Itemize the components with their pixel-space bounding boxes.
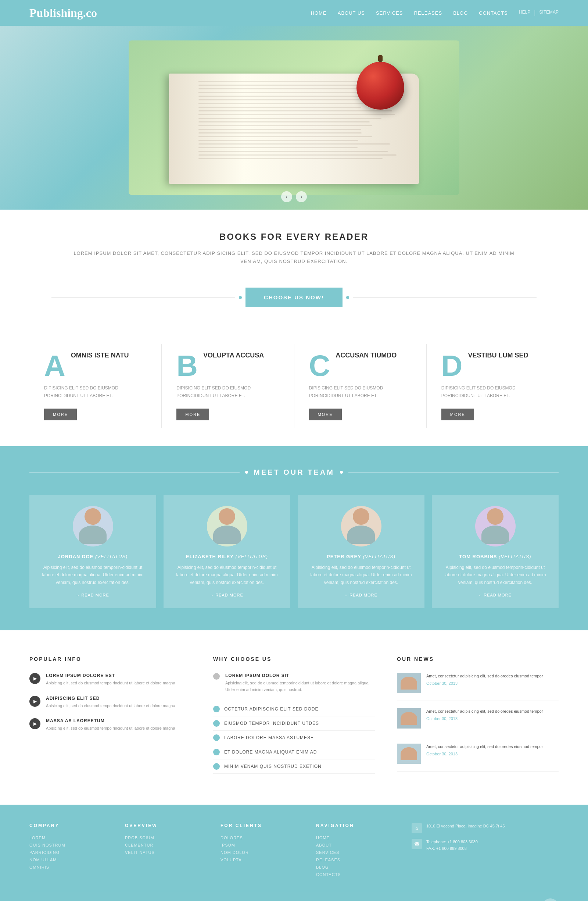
footer-clients-link-1[interactable]: IPSUM bbox=[221, 843, 294, 847]
team-read-more-2[interactable]: READ MORE bbox=[307, 593, 415, 597]
feature-desc-1: DIPISICING ELIT SED DO EIUSMOD PORINCIDI… bbox=[176, 384, 279, 399]
footer-company-link-1[interactable]: QUIS NOSTRUM bbox=[30, 843, 103, 847]
footer-fax: FAX: +1 800 989 8008 bbox=[426, 845, 478, 852]
hero-next-button[interactable]: › bbox=[296, 191, 307, 202]
why-item-0: OCTETUR ADIPISCING ELIT SED DODE bbox=[213, 702, 375, 716]
footer-nav-link-1[interactable]: ABOUT bbox=[316, 843, 390, 847]
why-item-text-0: OCTETUR ADIPISCING ELIT SED DODE bbox=[224, 706, 318, 712]
feature-letter-c: C bbox=[309, 351, 330, 380]
heading-line-right bbox=[348, 472, 558, 472]
why-intro-icon bbox=[213, 673, 220, 680]
our-news-col: OUR NEWS Amet, consectetur adipisicing e… bbox=[397, 656, 558, 779]
utility-nav-help[interactable]: HELP bbox=[519, 9, 530, 16]
footer-overview-link-1[interactable]: CLEMENTUR bbox=[125, 843, 198, 847]
footer-nav-link-2[interactable]: SERVICES bbox=[316, 850, 390, 855]
why-item-text-4: MINIM VENAM QUIS NOSTRUD EXETION bbox=[224, 764, 322, 769]
footer-company-link-0[interactable]: LOREM bbox=[30, 836, 103, 840]
footer-phone-item: ☎ Telephone: +1 800 803 6030 FAX: +1 800… bbox=[412, 839, 558, 852]
footer-nav-link-4[interactable]: BLOG bbox=[316, 865, 390, 869]
choose-us-button[interactable]: CHOOSE US NOW! bbox=[246, 288, 342, 307]
team-name-0: JORDAN DOE (VELITATUS) bbox=[39, 554, 147, 560]
team-avatar-2 bbox=[341, 506, 381, 547]
choose-us-bar: CHOOSE US NOW! bbox=[0, 280, 588, 326]
news-thumb-0 bbox=[397, 673, 421, 693]
feature-title-0: OMNIS ISTE NATU bbox=[71, 351, 129, 360]
right-divider bbox=[353, 297, 537, 298]
popular-info-item-desc-0: Apisicing elit, sed do eiusmod tempo rin… bbox=[46, 680, 175, 687]
header: Publishing.co HOMEABOUT USSERVICESRELEAS… bbox=[0, 0, 588, 26]
nav-item-home[interactable]: HOME bbox=[311, 10, 327, 16]
footer: COMPANY LOREMQUIS NOSTRUMPARRICIDINGNOM … bbox=[0, 804, 588, 901]
footer-nav-link-0[interactable]: HOME bbox=[316, 836, 390, 840]
feature-desc-2: DIPISICING ELIT SED DO EIUSMOD PORINCIDI… bbox=[309, 384, 412, 399]
nav-item-contacts[interactable]: CONTACTS bbox=[479, 10, 508, 16]
footer-telephone: Telephone: +1 800 803 6030 bbox=[426, 839, 478, 845]
team-heading: MEET OUR TEAM bbox=[30, 468, 558, 477]
site-logo[interactable]: Publishing.co bbox=[30, 6, 311, 20]
footer-nav-link-3[interactable]: RELEASES bbox=[316, 857, 390, 862]
feature-more-btn-2[interactable]: MORE bbox=[309, 408, 342, 420]
footer-clients-link-3[interactable]: VOLUPTA bbox=[221, 857, 294, 862]
footer-nav-title: NAVIGATION bbox=[316, 823, 390, 828]
team-read-more-0[interactable]: READ MORE bbox=[39, 593, 147, 597]
news-title-2: Amet, consectetur adipisicing elit, sed … bbox=[426, 744, 558, 750]
footer-clients-link-2[interactable]: NOM DOLOR bbox=[221, 850, 294, 855]
utility-nav-sitemap[interactable]: SITEMAP bbox=[539, 9, 558, 16]
why-item-3: ET DOLORE MAGNA ALIQUAT ENIM AD bbox=[213, 745, 375, 759]
why-item-text-3: ET DOLORE MAGNA ALIQUAT ENIM AD bbox=[224, 750, 317, 754]
scroll-top-button[interactable]: ▲ bbox=[542, 898, 558, 901]
footer-company-link-2[interactable]: PARRICIDING bbox=[30, 850, 103, 855]
news-text-1: Amet, consectetur adipisicing elit, sed … bbox=[426, 708, 558, 728]
news-title-1: Amet, consectetur adipisicing elit, sed … bbox=[426, 708, 558, 714]
feature-item-d: D VESTIBU LUM SED DIPISICING ELIT SED DO… bbox=[427, 344, 558, 428]
team-read-more-3[interactable]: READ MORE bbox=[441, 593, 549, 597]
feature-letter-d: D bbox=[441, 351, 463, 380]
footer-company-title: COMPANY bbox=[30, 823, 103, 828]
team-title: MEET OUR TEAM bbox=[254, 468, 334, 477]
footer-overview-link-0[interactable]: PROB SCIUM bbox=[125, 836, 198, 840]
feature-item-c: C ACCUSAN TIUMDO DIPISICING ELIT SED DO … bbox=[294, 344, 427, 428]
nav-item-about-us[interactable]: ABOUT US bbox=[338, 10, 365, 16]
why-intro-item: LOREM IPSUM DOLOR SIT Apisicing elit, se… bbox=[213, 673, 375, 693]
why-item-text-1: EIUSMOD TEMPOR INCIDIDUNT UTDES bbox=[224, 721, 319, 726]
nav-item-services[interactable]: SERVICES bbox=[376, 10, 403, 16]
right-dot bbox=[346, 296, 349, 299]
news-item-2: Amet, consectetur adipisicing elit, sed … bbox=[397, 744, 558, 772]
why-choose-title: WHY CHOOSE US bbox=[213, 656, 375, 662]
footer-contact: ⌂ 1010 El vecond Place, Imagine DC 45 7t… bbox=[412, 823, 558, 880]
heading-dot-right bbox=[340, 471, 343, 474]
footer-overview-link-2[interactable]: VELIT NATUS bbox=[125, 850, 198, 855]
team-name-2: PETER GREY (VELITATUS) bbox=[307, 554, 415, 560]
nav-item-blog[interactable]: BLOG bbox=[453, 10, 468, 16]
footer-nav-link-5[interactable]: CONTACTS bbox=[316, 872, 390, 877]
nav-item-releases[interactable]: RELEASES bbox=[414, 10, 442, 16]
team-read-more-1[interactable]: READ MORE bbox=[173, 593, 281, 597]
news-item-0: Amet, consectetur adipisicing elit, sed … bbox=[397, 673, 558, 701]
feature-desc-3: DIPISICING ELIT SED DO EIUSMOD PORINCIDI… bbox=[441, 384, 544, 399]
popular-info-item-2: ▶ MASSA AS LAOREETUM Apisicing elit, sed… bbox=[30, 718, 191, 732]
tagline-heading: BOOKS FOR EVERY READER bbox=[73, 232, 515, 242]
feature-more-btn-0[interactable]: MORE bbox=[44, 408, 77, 420]
footer-company-link-4[interactable]: OMNIRIS bbox=[30, 865, 103, 869]
footer-overview-title: OVERVIEW bbox=[125, 823, 198, 828]
feature-letter-b: B bbox=[176, 351, 198, 380]
team-desc-1: Alpisicing elit, sed do eiusmod temporin… bbox=[173, 564, 281, 586]
team-desc-2: Alpisicing elit, sed do eiusmod temporin… bbox=[307, 564, 415, 586]
hero-navigation: ‹ › bbox=[281, 191, 307, 202]
team-card-3: TOM ROBBINS (VELITATUS) Alpisicing elit,… bbox=[432, 495, 558, 608]
feature-more-btn-3[interactable]: MORE bbox=[441, 408, 474, 420]
team-name-1: ELIZABETH RILEY (VELITATUS) bbox=[173, 554, 281, 560]
team-card-0: JORDAN DOE (VELITATUS) Alpisicing elit, … bbox=[30, 495, 156, 608]
popular-info-icon-2: ▶ bbox=[30, 718, 40, 729]
news-date-0: October 30, 2013 bbox=[426, 681, 558, 686]
why-choose-col: WHY CHOOSE US LOREM IPSUM DOLOR SIT Apis… bbox=[213, 656, 375, 779]
footer-clients-link-0[interactable]: DOLORES bbox=[221, 836, 294, 840]
hero-prev-button[interactable]: ‹ bbox=[281, 191, 292, 202]
team-desc-0: Alpisicing elit, sed do eiusmod temporin… bbox=[39, 564, 147, 586]
popular-info-col: POPULAR INFO ▶ LOREM IPSUM DOLORE EST Ap… bbox=[30, 656, 191, 779]
feature-more-btn-1[interactable]: MORE bbox=[176, 408, 209, 420]
footer-company-link-3[interactable]: NOM ULLAM bbox=[30, 857, 103, 862]
address-icon: ⌂ bbox=[412, 823, 422, 833]
features-section: A OMNIS ISTE NATU DIPISICING ELIT SED DO… bbox=[0, 326, 588, 446]
footer-bottom: PUBLISHING.CO PUBLISHING.CO © 2013 PRIVA… bbox=[30, 898, 558, 901]
